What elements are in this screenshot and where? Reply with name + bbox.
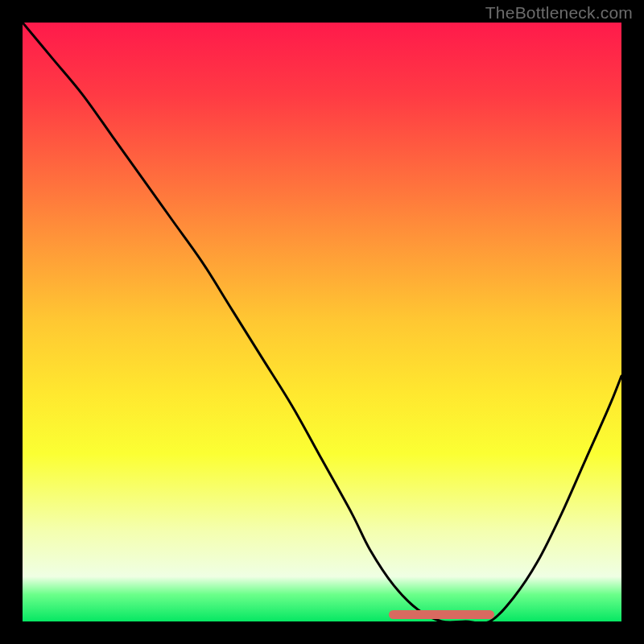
bottleneck-curve <box>23 23 621 621</box>
chart-stage: TheBottleneck.com <box>0 0 644 644</box>
flat-region-marker <box>389 610 494 619</box>
plot-area <box>23 23 621 621</box>
curve-svg <box>23 23 621 621</box>
watermark-text: TheBottleneck.com <box>485 3 633 23</box>
